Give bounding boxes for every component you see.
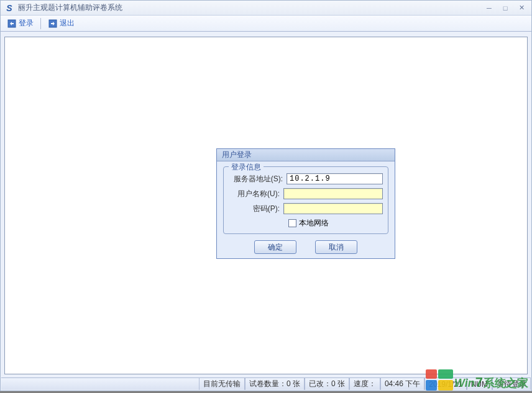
exit-toolbar-button[interactable]: 退出 [44, 17, 78, 30]
local-network-row: 本地网络 [288, 218, 383, 228]
server-input[interactable] [287, 173, 383, 184]
toolbar-separator [40, 18, 41, 29]
status-speed: 速度： [349, 378, 380, 390]
password-label: 密码(P): [229, 204, 280, 214]
username-input[interactable] [283, 188, 383, 199]
window-title: 丽升主观题计算机辅助评卷系统 [18, 2, 483, 13]
local-network-checkbox[interactable] [288, 219, 296, 227]
status-time: 04:46 下午 [380, 378, 424, 390]
password-input[interactable] [283, 203, 383, 214]
password-row: 密码(P): [229, 203, 383, 214]
app-window: S 丽升主观题计算机辅助评卷系统 ─ □ ✕ 登录 退出 用户登录 登录信息 [0, 0, 532, 391]
status-num: NUM [467, 378, 492, 390]
status-exam-count: 试卷数量：0 张 [245, 378, 305, 390]
toolbar: 登录 退出 [1, 16, 531, 32]
login-icon [7, 19, 17, 29]
titlebar: S 丽升主观题计算机辅助评卷系统 ─ □ ✕ [1, 1, 531, 16]
app-icon: S [4, 3, 14, 13]
login-fieldset: 登录信息 服务器地址(S): 用户名称(U): 密码(P): 本地网络 [223, 166, 388, 234]
statusbar: 目前无传输 试卷数量：0 张 已改：0 张 速度： 04:46 下午 2019/… [1, 377, 531, 390]
server-row: 服务器地址(S): [229, 173, 383, 184]
status-spacer [1, 378, 199, 390]
fieldset-legend: 登录信息 [229, 162, 264, 173]
minimize-button[interactable]: ─ [483, 3, 495, 13]
exit-toolbar-label: 退出 [60, 18, 75, 29]
login-toolbar-button[interactable]: 登录 [3, 17, 37, 30]
exit-icon [48, 19, 58, 29]
login-toolbar-label: 登录 [19, 18, 34, 29]
ok-button[interactable]: 确定 [254, 240, 296, 254]
dialog-buttons: 确定 取消 [223, 240, 388, 254]
local-network-label: 本地网络 [299, 218, 329, 228]
login-dialog: 用户登录 登录信息 服务器地址(S): 用户名称(U): 密码(P): [216, 148, 395, 259]
status-wait-login: 等待登录 [492, 378, 531, 390]
close-button[interactable]: ✕ [515, 3, 528, 13]
username-row: 用户名称(U): [229, 188, 383, 199]
maximize-button[interactable]: □ [499, 3, 511, 13]
dialog-title: 用户登录 [217, 149, 395, 161]
cancel-button[interactable]: 取消 [315, 240, 357, 254]
server-label: 服务器地址(S): [229, 174, 283, 184]
window-controls: ─ □ ✕ [483, 3, 528, 13]
status-date: 2019/1/21 [424, 378, 466, 390]
username-label: 用户名称(U): [229, 189, 280, 199]
dialog-body: 登录信息 服务器地址(S): 用户名称(U): 密码(P): 本地网络 [217, 161, 395, 258]
status-saved: 已改：0 张 [305, 378, 349, 390]
status-no-transfer: 目前无传输 [199, 378, 245, 390]
